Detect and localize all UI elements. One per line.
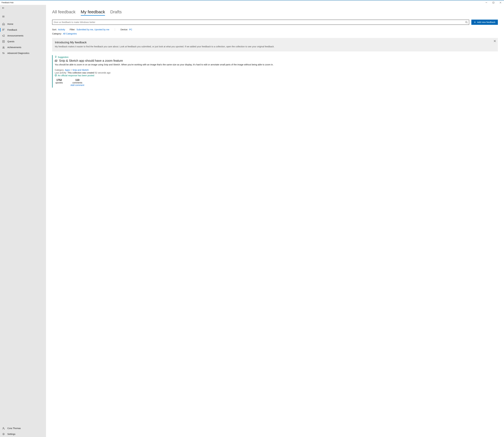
banner-title: Introducing My feedback — [55, 41, 492, 44]
official-response-link[interactable]: An official response has been posted — [58, 74, 94, 77]
checkmark-icon — [55, 74, 57, 77]
sidebar-item-quests[interactable]: Quests — [0, 39, 46, 44]
filter-label: Filter: — [70, 28, 75, 31]
category-link-apps[interactable]: Apps — [65, 69, 70, 71]
activity-text: This collection was created — [68, 71, 94, 74]
filter-dropdown[interactable]: Submitted by me, Upvoted by me — [76, 28, 109, 31]
svg-point-18 — [3, 434, 4, 435]
sidebar-item-label: Home — [7, 23, 13, 25]
sidebar-item-achievements[interactable]: Achievements — [0, 44, 46, 50]
user-name: Cora Thomas — [7, 427, 21, 429]
svg-line-20 — [467, 23, 468, 23]
upvotes-label: upvotes — [55, 81, 63, 84]
lightbulb-icon — [55, 56, 57, 58]
sliders-icon — [2, 52, 5, 55]
sidebar-item-home[interactable]: Home — [0, 21, 46, 27]
sort-dropdown[interactable]: Activity — [58, 28, 65, 31]
window-title: Feedback Hub — [1, 1, 13, 4]
comments-label: comments — [71, 81, 84, 84]
banner-body: My feedback makes it easier to find the … — [55, 45, 492, 48]
add-new-feedback-button[interactable]: Add new feedback — [471, 20, 498, 25]
feedback-tabs: All feedback My feedback Drafts — [52, 10, 498, 16]
quests-icon — [2, 40, 5, 43]
feedback-card[interactable]: Suggestion Snip & Sketch app should have… — [52, 55, 498, 88]
feedback-body: You should be able to zoom in on an imag… — [55, 63, 497, 66]
info-banner: Introducing My feedback My feedback make… — [52, 38, 498, 51]
sidebar-item-label: Quests — [7, 40, 14, 43]
collection-icon — [55, 60, 58, 62]
search-input[interactable] — [54, 21, 465, 23]
banner-close-button[interactable] — [493, 40, 496, 43]
activity-time: 52 seconds ago — [95, 71, 111, 74]
award-icon — [2, 46, 5, 49]
add-comment-link[interactable]: Add comment — [71, 84, 84, 86]
sort-label: Sort: — [52, 28, 57, 31]
search-icon[interactable] — [465, 21, 468, 23]
sidebar-item-label: Announcements — [7, 34, 23, 37]
sidebar-item-label: Advanced Diagnostics — [7, 52, 29, 54]
category-label: Category: — [52, 32, 62, 35]
tab-drafts[interactable]: Drafts — [110, 10, 122, 16]
minimize-button[interactable] — [483, 0, 490, 5]
upvotes-stat[interactable]: 1752 upvotes — [55, 79, 63, 86]
sidebar: Home Feedback Announcements Quests — [0, 5, 46, 437]
main-content: All feedback My feedback Drafts Add new … — [46, 5, 504, 437]
maximize-button[interactable] — [490, 0, 497, 5]
svg-point-19 — [465, 21, 467, 23]
sidebar-item-label: Settings — [7, 433, 15, 435]
add-button-label: Add new feedback — [477, 21, 495, 23]
sidebar-user[interactable]: Cora Thomas — [0, 425, 46, 431]
feedback-title: Snip & Sketch app should have a zoom fea… — [59, 59, 123, 62]
meta-category-label: Category — [55, 69, 64, 71]
sidebar-item-announcements[interactable]: Announcements — [0, 33, 46, 39]
search-input-container[interactable] — [52, 20, 469, 25]
breadcrumb-separator: > — [71, 69, 72, 71]
gear-icon — [2, 433, 5, 436]
comments-count: 110 — [71, 79, 84, 81]
device-label: Device: — [121, 28, 128, 31]
separator — [115, 28, 115, 31]
hamburger-button[interactable] — [0, 13, 46, 20]
sidebar-item-feedback[interactable]: Feedback — [0, 27, 46, 33]
device-dropdown[interactable]: PC — [129, 28, 132, 31]
tab-my-feedback[interactable]: My feedback — [81, 10, 105, 16]
sidebar-item-label: Feedback — [7, 29, 17, 31]
svg-point-8 — [3, 29, 3, 30]
tab-all-feedback[interactable]: All feedback — [52, 10, 76, 16]
svg-rect-26 — [55, 60, 57, 62]
home-icon — [2, 23, 5, 25]
feedback-icon — [2, 29, 5, 31]
megaphone-icon — [2, 34, 5, 37]
user-icon — [2, 427, 5, 430]
svg-rect-27 — [55, 60, 57, 61]
svg-rect-1 — [493, 2, 494, 3]
last-activity-label: Last activity — [55, 71, 66, 74]
svg-point-10 — [3, 46, 4, 48]
feedback-type-badge: Suggestion — [58, 56, 69, 58]
category-dropdown[interactable]: All Categories — [63, 32, 77, 35]
svg-point-15 — [3, 427, 4, 428]
subcategory-link[interactable]: Snip and Sketch — [72, 69, 89, 71]
back-button[interactable] — [0, 5, 46, 11]
comments-stat: 110 comments Add comment — [71, 79, 84, 86]
upvotes-count: 1752 — [55, 79, 63, 81]
titlebar: Feedback Hub — [0, 0, 504, 5]
sidebar-item-advanced-diagnostics[interactable]: Advanced Diagnostics — [0, 50, 46, 56]
close-window-button[interactable] — [497, 0, 504, 5]
sidebar-item-settings[interactable]: Settings — [0, 431, 46, 437]
sidebar-item-label: Achievements — [7, 46, 21, 49]
